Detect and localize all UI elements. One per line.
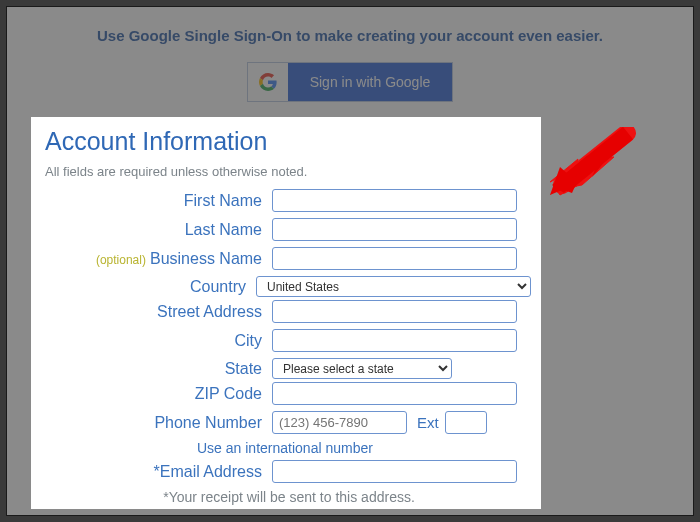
email-field[interactable] [272,460,517,483]
intl-number-link[interactable]: Use an international number [197,440,531,456]
card-heading: Account Information [45,127,531,156]
country-select[interactable]: United States [256,276,531,297]
label-phone: Phone Number [47,414,272,432]
google-logo-icon [248,63,288,101]
label-city: City [47,332,272,350]
receipt-note: *Your receipt will be sent to this addre… [47,489,531,505]
zip-field[interactable] [272,382,517,405]
svg-marker-5 [550,171,582,195]
street-address-field[interactable] [272,300,517,323]
label-zip: ZIP Code [47,385,272,403]
optional-tag: (optional) [96,253,146,267]
svg-marker-0 [550,159,594,190]
label-state: State [47,360,272,378]
sso-banner-text: Use Google Single Sign-On to make creati… [7,27,693,44]
ext-field[interactable] [445,411,487,434]
label-business-name: (optional)Business Name [47,250,272,268]
svg-marker-1 [560,131,630,189]
label-first-name: First Name [47,192,272,210]
label-street-address: Street Address [47,303,272,321]
label-country: Country [47,278,256,296]
last-name-field[interactable] [272,218,517,241]
label-business-name-text: Business Name [150,250,262,267]
label-last-name: Last Name [47,221,272,239]
account-form: First Name Last Name (optional)Business … [47,189,531,505]
state-select[interactable]: Please select a state [272,358,452,379]
label-email: *Email Address [47,463,272,481]
city-field[interactable] [272,329,517,352]
annotation-arrow-icon [542,127,637,197]
svg-marker-2 [556,173,582,195]
svg-marker-6 [550,167,578,195]
page-frame: Use Google Single Sign-On to make creati… [6,6,694,516]
account-info-card: Account Information All fields are requi… [31,117,541,509]
svg-marker-3 [554,161,584,193]
google-signin-label: Sign in with Google [288,63,453,101]
label-ext: Ext [417,414,439,431]
google-signin-button[interactable]: Sign in with Google [247,62,454,102]
svg-marker-4 [552,133,628,193]
phone-field[interactable] [272,411,407,434]
sso-banner: Use Google Single Sign-On to make creati… [7,7,693,102]
required-note: All fields are required unless otherwise… [45,164,531,179]
first-name-field[interactable] [272,189,517,212]
business-name-field[interactable] [272,247,517,270]
